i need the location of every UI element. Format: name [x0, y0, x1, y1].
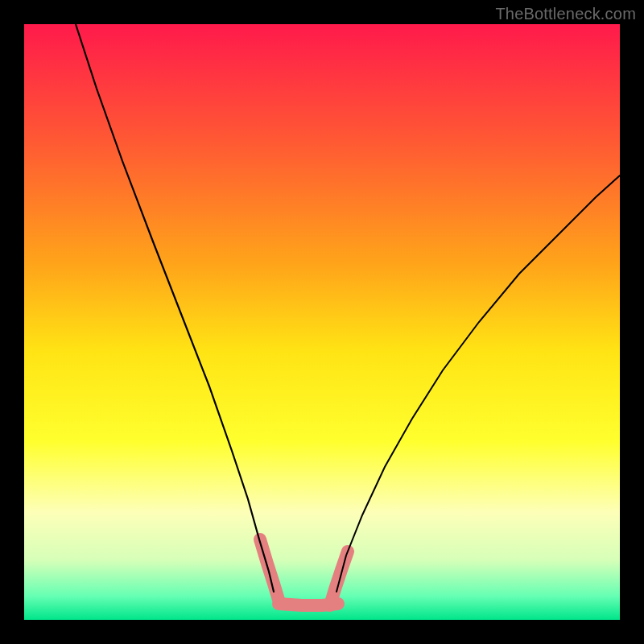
- watermark-text: TheBottleneck.com: [495, 5, 636, 23]
- plot-background: [24, 24, 620, 620]
- chart-stage: TheBottleneck.com: [0, 0, 644, 644]
- chart-svg: [0, 0, 644, 644]
